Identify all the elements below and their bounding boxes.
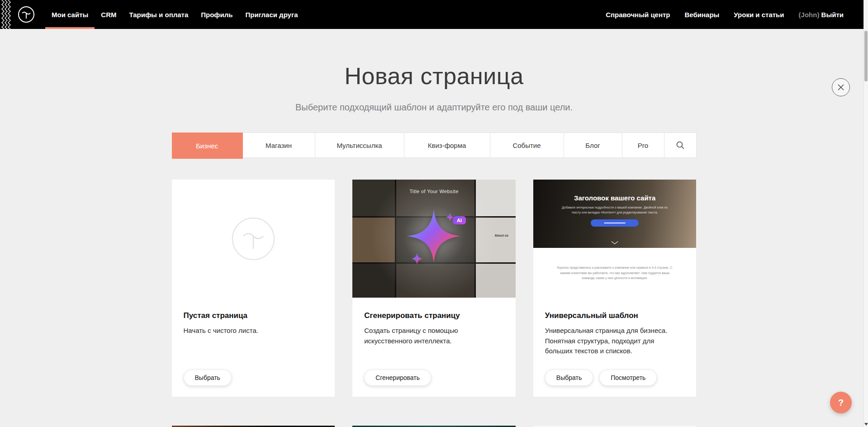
card-body: Сгенерировать страницу Создать страницу … — [352, 298, 516, 397]
card-description: Создать страницу с помощью искусственног… — [364, 326, 504, 346]
search-tab[interactable] — [664, 133, 696, 157]
nav-lessons[interactable]: Уроки и статьи — [734, 11, 784, 19]
close-button[interactable] — [832, 78, 850, 96]
top-navbar: Мои сайты CRM Тарифы и оплата Профиль Пр… — [0, 0, 868, 29]
template-card-blank: Пустая страница Начать с чистого листа. … — [172, 180, 335, 397]
preview-body-text: Коротко представьтесь и расскажите о ком… — [556, 265, 674, 280]
nav-webinars[interactable]: Вебинары — [685, 11, 720, 19]
scrollbar[interactable] — [863, 0, 868, 427]
nav-crm[interactable]: CRM — [95, 0, 123, 29]
view-universal-button[interactable]: Посмотреть — [599, 370, 657, 386]
tab-blog[interactable]: Блог — [564, 133, 622, 157]
card-actions: Сгенерировать — [364, 370, 504, 386]
preview-subtitle-text: Добавьте интересные подробности о вашей … — [560, 205, 670, 215]
template-card-ai: Title of Your Website About us AI Сгенер… — [352, 180, 516, 397]
card-actions: Выбрать — [184, 370, 323, 386]
tab-event[interactable]: Событие — [490, 133, 564, 157]
tab-quiz[interactable]: Квиз-форма — [404, 133, 490, 157]
main-menu: Мои сайты CRM Тарифы и оплата Профиль Пр… — [45, 0, 304, 29]
template-category-tabs: Бизнес Магазин Мультиссылка Квиз-форма С… — [172, 133, 697, 158]
user-name: (John) — [799, 11, 820, 19]
universal-template-preview: Заголовок вашего сайта Добавьте интересн… — [533, 180, 697, 298]
card-description: Универсальная страница для бизнеса. Поня… — [545, 326, 685, 356]
card-description: Начать с чистого листа. — [184, 326, 323, 336]
generate-button[interactable]: Сгенерировать — [364, 370, 431, 386]
choose-blank-button[interactable]: Выбрать — [184, 370, 232, 386]
logout-link[interactable]: Выйти — [821, 11, 844, 19]
search-icon — [676, 141, 685, 150]
preview-text-section: Коротко представьтесь и расскажите о ком… — [533, 248, 697, 298]
tilda-logo[interactable] — [17, 0, 35, 29]
choose-universal-button[interactable]: Выбрать — [545, 370, 593, 386]
user-block: (John) Выйти — [799, 11, 844, 19]
tab-store[interactable]: Магазин — [243, 133, 315, 157]
scroll-down-arrow-icon[interactable] — [864, 423, 868, 426]
help-button[interactable]: ? — [830, 392, 852, 413]
ai-generate-preview: Title of Your Website About us AI — [352, 180, 516, 298]
nav-pricing[interactable]: Тарифы и оплата — [123, 0, 194, 29]
nav-my-sites[interactable]: Мои сайты — [45, 0, 95, 29]
tab-business[interactable]: Бизнес — [172, 133, 243, 159]
nav-help-center[interactable]: Справочный центр — [606, 11, 670, 19]
card-title: Сгенерировать страницу — [364, 311, 504, 320]
tab-multilink[interactable]: Мультиссылка — [315, 133, 404, 157]
card-title: Пустая страница — [184, 311, 323, 320]
blank-page-preview — [172, 180, 335, 298]
preview-cta-button — [591, 219, 639, 227]
tilda-watermark-icon — [231, 216, 276, 261]
preview-site-title: Заголовок вашего сайта — [574, 194, 655, 202]
tab-pro[interactable]: Pro — [622, 133, 664, 157]
zigzag-pattern-icon — [0, 0, 12, 29]
card-body: Пустая страница Начать с чистого листа. … — [172, 298, 335, 397]
template-grid: Пустая страница Начать с чистого листа. … — [172, 180, 697, 427]
nav-invite-friend[interactable]: Пригласи друга — [239, 0, 304, 29]
preview-about-label: About us — [495, 234, 508, 237]
chevron-down-icon — [611, 241, 619, 245]
small-sparkle-icon — [411, 253, 423, 265]
scrollbar-thumb[interactable] — [864, 31, 868, 81]
card-actions: Выбрать Посмотреть — [545, 370, 685, 386]
new-page-dialog: Новая страница Выберите подходящий шабло… — [0, 62, 868, 427]
page-subtitle: Выберите подходящий шаблон и адаптируйте… — [0, 102, 868, 113]
card-body: Универсальный шаблон Универсальная стран… — [533, 298, 697, 397]
preview-site-title: Title of Your Website — [352, 189, 516, 194]
ai-badge: AI — [453, 216, 466, 224]
card-title: Универсальный шаблон — [545, 311, 685, 320]
nav-profile[interactable]: Профиль — [194, 0, 239, 29]
preview-hero: Заголовок вашего сайта Добавьте интересн… — [533, 180, 697, 248]
page-title: Новая страница — [0, 62, 868, 90]
close-icon — [837, 84, 844, 91]
template-card-universal: Заголовок вашего сайта Добавьте интересн… — [533, 180, 697, 397]
secondary-menu: Справочный центр Вебинары Уроки и статьи… — [606, 0, 844, 29]
